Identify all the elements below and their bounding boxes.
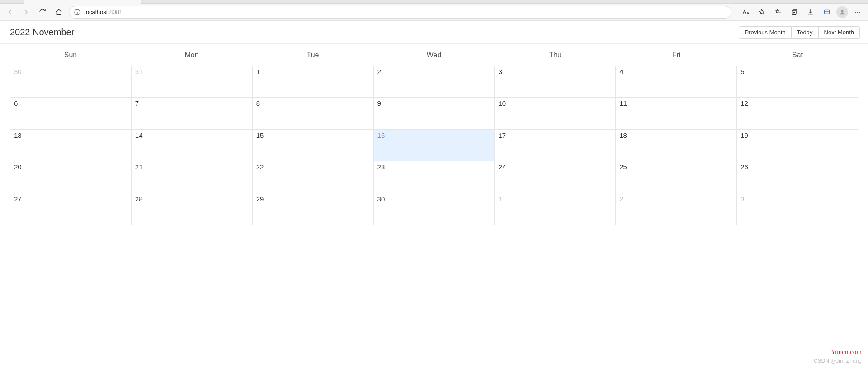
home-button[interactable] bbox=[52, 6, 65, 19]
text-size-icon bbox=[742, 9, 749, 16]
profile-avatar[interactable] bbox=[836, 6, 848, 18]
collections-button[interactable] bbox=[788, 5, 801, 19]
forward-button bbox=[20, 6, 33, 19]
dow-label: Fri bbox=[616, 47, 737, 66]
page-content: 2022 November Previous Month Today Next … bbox=[0, 21, 868, 229]
collections-icon bbox=[791, 9, 798, 16]
calendar-cell[interactable]: 17 bbox=[495, 130, 616, 162]
ellipsis-icon bbox=[854, 9, 861, 16]
svg-point-11 bbox=[857, 11, 858, 12]
calendar-cell[interactable]: 23 bbox=[374, 161, 495, 193]
person-icon bbox=[839, 9, 846, 16]
previous-month-button[interactable]: Previous Month bbox=[739, 26, 791, 39]
calendar-cell[interactable]: 3 bbox=[495, 66, 616, 98]
toolbar-right-icons bbox=[739, 5, 864, 19]
home-icon bbox=[55, 9, 62, 16]
svg-point-12 bbox=[859, 11, 860, 12]
favorites-list-button[interactable] bbox=[771, 5, 785, 19]
svg-point-9 bbox=[841, 10, 843, 12]
calendar-cell-other-month[interactable]: 1 bbox=[495, 193, 616, 225]
calendar-cell[interactable]: 28 bbox=[132, 193, 253, 225]
downloads-button[interactable] bbox=[804, 5, 817, 19]
calendar-cell-other-month[interactable]: 31 bbox=[132, 66, 253, 98]
star-lines-icon bbox=[774, 9, 782, 16]
calendar-nav-buttons: Previous Month Today Next Month bbox=[739, 26, 860, 39]
calendar-cell[interactable]: 24 bbox=[495, 161, 616, 193]
calendar-cell-other-month[interactable]: 2 bbox=[616, 193, 737, 225]
calendar-body: SunMonTueWedThuFriSat 303112345678910111… bbox=[0, 44, 868, 230]
calendar-cell[interactable]: 26 bbox=[737, 161, 858, 193]
active-tab[interactable] bbox=[24, 0, 141, 4]
favorite-button[interactable] bbox=[755, 5, 769, 19]
calendar-cell[interactable]: 21 bbox=[132, 161, 253, 193]
url-text: localhost:8081 bbox=[85, 9, 123, 15]
edge-icon bbox=[823, 9, 830, 16]
day-of-week-row: SunMonTueWedThuFriSat bbox=[10, 47, 858, 66]
calendar-cell[interactable]: 1 bbox=[253, 66, 374, 98]
site-info-icon[interactable] bbox=[74, 9, 81, 16]
calendar-cell[interactable]: 20 bbox=[10, 161, 132, 193]
calendar-cell[interactable]: 15 bbox=[253, 130, 374, 162]
more-button[interactable] bbox=[851, 5, 864, 19]
watermark-site: Yuucn.com bbox=[831, 348, 862, 356]
dow-label: Sun bbox=[10, 47, 131, 66]
calendar-cell[interactable]: 30 bbox=[374, 193, 495, 225]
calendar-cell[interactable]: 5 bbox=[737, 66, 858, 98]
svg-point-10 bbox=[855, 11, 856, 12]
today-button[interactable]: Today bbox=[792, 26, 819, 39]
url-host: localhost bbox=[85, 9, 108, 15]
calendar-cell[interactable]: 19 bbox=[737, 130, 858, 162]
calendar-cell[interactable]: 22 bbox=[253, 161, 374, 193]
calendar-cell[interactable]: 13 bbox=[10, 130, 132, 162]
calendar-cell[interactable]: 27 bbox=[10, 193, 132, 225]
dow-label: Wed bbox=[373, 47, 495, 66]
next-month-button[interactable]: Next Month bbox=[819, 26, 860, 39]
calendar-title: 2022 November bbox=[10, 27, 74, 37]
calendar-cell[interactable]: 4 bbox=[616, 66, 737, 98]
calendar-cell[interactable]: 2 bbox=[374, 66, 495, 98]
calendar-cell-other-month[interactable]: 3 bbox=[737, 193, 858, 225]
calendar-cell[interactable]: 6 bbox=[10, 98, 132, 130]
browser-toolbar: localhost:8081 bbox=[0, 4, 868, 21]
address-bar[interactable]: localhost:8081 bbox=[69, 6, 731, 19]
browser-tab-strip[interactable] bbox=[0, 0, 868, 4]
calendar-cell[interactable]: 8 bbox=[253, 98, 374, 130]
read-aloud-button[interactable] bbox=[739, 5, 752, 19]
download-icon bbox=[807, 9, 814, 16]
arrow-right-icon bbox=[23, 9, 30, 16]
refresh-icon bbox=[39, 9, 46, 16]
calendar-cell-other-month[interactable]: 30 bbox=[10, 66, 132, 98]
calendar-cell[interactable]: 7 bbox=[132, 98, 253, 130]
back-button bbox=[4, 6, 16, 19]
calendar-cell-today[interactable]: 16 bbox=[374, 130, 495, 162]
arrow-left-icon bbox=[6, 9, 14, 16]
calendar-cell[interactable]: 11 bbox=[616, 98, 737, 130]
svg-rect-8 bbox=[825, 10, 830, 14]
star-add-icon bbox=[758, 9, 765, 16]
calendar-cell[interactable]: 25 bbox=[616, 161, 737, 193]
dow-label: Tue bbox=[252, 47, 373, 66]
calendar-grid: 3031123456789101112131415161718192021222… bbox=[10, 66, 858, 225]
ie-mode-button[interactable] bbox=[820, 5, 834, 19]
calendar-cell[interactable]: 29 bbox=[253, 193, 374, 225]
watermark-author: CSDN @Jim-Zheng bbox=[814, 358, 862, 364]
calendar-cell[interactable]: 12 bbox=[737, 98, 858, 130]
dow-label: Mon bbox=[131, 47, 252, 66]
calendar-cell[interactable]: 18 bbox=[616, 130, 737, 162]
dow-label: Thu bbox=[495, 47, 616, 66]
url-port: :8081 bbox=[108, 9, 123, 15]
calendar-cell[interactable]: 14 bbox=[132, 130, 253, 162]
refresh-button[interactable] bbox=[36, 6, 49, 19]
calendar-header: 2022 November Previous Month Today Next … bbox=[0, 22, 868, 44]
calendar-cell[interactable]: 10 bbox=[495, 98, 616, 130]
calendar-cell[interactable]: 9 bbox=[374, 98, 495, 130]
dow-label: Sat bbox=[737, 47, 858, 66]
